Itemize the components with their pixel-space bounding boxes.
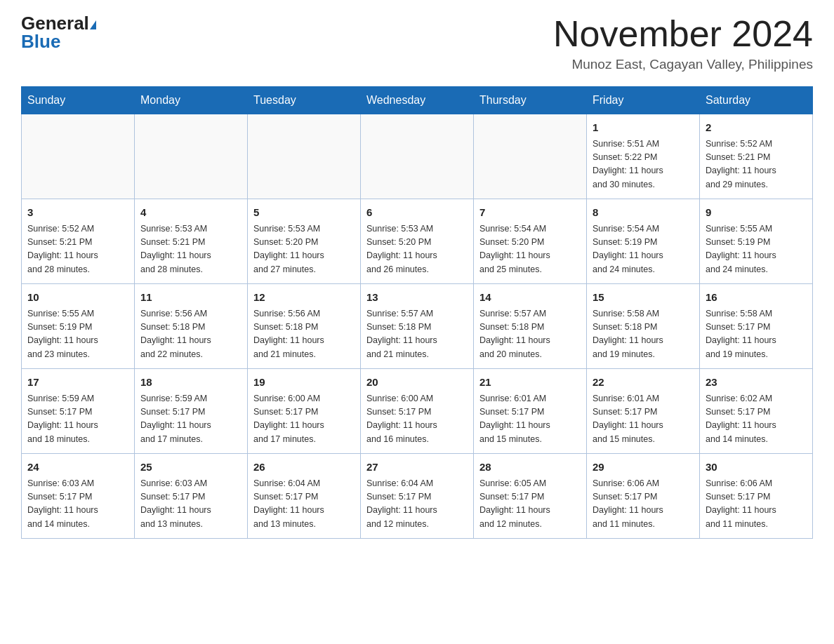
day-number: 7: [479, 205, 581, 221]
calendar-cell: 12Sunrise: 5:56 AM Sunset: 5:18 PM Dayli…: [248, 284, 361, 369]
day-number: 11: [140, 290, 241, 306]
weekday-header-monday: Monday: [135, 87, 248, 114]
day-info: Sunrise: 6:04 AM Sunset: 5:17 PM Dayligh…: [366, 477, 468, 532]
calendar-cell: 1Sunrise: 5:51 AM Sunset: 5:22 PM Daylig…: [587, 114, 700, 199]
day-number: 13: [366, 290, 468, 306]
calendar-week-3: 10Sunrise: 5:55 AM Sunset: 5:19 PM Dayli…: [22, 284, 813, 369]
calendar-header-row: SundayMondayTuesdayWednesdayThursdayFrid…: [22, 87, 813, 114]
day-info: Sunrise: 5:55 AM Sunset: 5:19 PM Dayligh…: [27, 307, 128, 362]
location-text: Munoz East, Cagayan Valley, Philippines: [553, 57, 813, 72]
calendar-cell: 14Sunrise: 5:57 AM Sunset: 5:18 PM Dayli…: [474, 284, 587, 369]
day-info: Sunrise: 6:02 AM Sunset: 5:17 PM Dayligh…: [706, 392, 807, 447]
day-number: 17: [27, 375, 128, 391]
calendar-cell: 16Sunrise: 5:58 AM Sunset: 5:17 PM Dayli…: [700, 284, 813, 369]
day-number: 2: [706, 120, 807, 136]
day-number: 14: [479, 290, 581, 306]
day-number: 10: [27, 290, 128, 306]
calendar-cell: 17Sunrise: 5:59 AM Sunset: 5:17 PM Dayli…: [22, 369, 135, 454]
day-info: Sunrise: 5:53 AM Sunset: 5:21 PM Dayligh…: [140, 222, 241, 277]
calendar-cell: 15Sunrise: 5:58 AM Sunset: 5:18 PM Dayli…: [587, 284, 700, 369]
day-info: Sunrise: 6:01 AM Sunset: 5:17 PM Dayligh…: [479, 392, 581, 447]
calendar-week-1: 1Sunrise: 5:51 AM Sunset: 5:22 PM Daylig…: [22, 114, 813, 199]
calendar-cell: 4Sunrise: 5:53 AM Sunset: 5:21 PM Daylig…: [135, 199, 248, 284]
day-number: 19: [253, 375, 355, 391]
day-info: Sunrise: 6:06 AM Sunset: 5:17 PM Dayligh…: [593, 477, 694, 532]
day-info: Sunrise: 6:00 AM Sunset: 5:17 PM Dayligh…: [366, 392, 468, 447]
calendar-cell: 9Sunrise: 5:55 AM Sunset: 5:19 PM Daylig…: [700, 199, 813, 284]
day-number: 1: [593, 120, 694, 136]
page-header: General Blue November 2024 Munoz East, C…: [21, 14, 813, 72]
day-info: Sunrise: 5:53 AM Sunset: 5:20 PM Dayligh…: [366, 222, 468, 277]
title-section: November 2024 Munoz East, Cagayan Valley…: [553, 14, 813, 72]
calendar-cell: 5Sunrise: 5:53 AM Sunset: 5:20 PM Daylig…: [248, 199, 361, 284]
day-info: Sunrise: 6:03 AM Sunset: 5:17 PM Dayligh…: [140, 477, 241, 532]
day-info: Sunrise: 5:57 AM Sunset: 5:18 PM Dayligh…: [366, 307, 468, 362]
day-number: 12: [253, 290, 355, 306]
day-info: Sunrise: 5:54 AM Sunset: 5:19 PM Dayligh…: [593, 222, 694, 277]
day-number: 3: [27, 205, 128, 221]
weekday-header-thursday: Thursday: [474, 87, 587, 114]
calendar-cell: 2Sunrise: 5:52 AM Sunset: 5:21 PM Daylig…: [700, 114, 813, 199]
calendar-cell: [22, 114, 135, 199]
calendar-cell: [474, 114, 587, 199]
calendar-cell: 28Sunrise: 6:05 AM Sunset: 5:17 PM Dayli…: [474, 454, 587, 539]
calendar-cell: 10Sunrise: 5:55 AM Sunset: 5:19 PM Dayli…: [22, 284, 135, 369]
calendar-cell: 19Sunrise: 6:00 AM Sunset: 5:17 PM Dayli…: [248, 369, 361, 454]
day-number: 28: [479, 459, 581, 476]
calendar-cell: 8Sunrise: 5:54 AM Sunset: 5:19 PM Daylig…: [587, 199, 700, 284]
calendar-cell: 24Sunrise: 6:03 AM Sunset: 5:17 PM Dayli…: [22, 454, 135, 539]
month-title: November 2024: [553, 14, 813, 54]
day-info: Sunrise: 5:54 AM Sunset: 5:20 PM Dayligh…: [479, 222, 581, 277]
day-info: Sunrise: 5:59 AM Sunset: 5:17 PM Dayligh…: [140, 392, 241, 447]
day-number: 18: [140, 375, 241, 391]
day-info: Sunrise: 5:56 AM Sunset: 5:18 PM Dayligh…: [253, 307, 355, 362]
day-info: Sunrise: 5:53 AM Sunset: 5:20 PM Dayligh…: [253, 222, 355, 277]
day-number: 16: [706, 290, 807, 306]
day-number: 23: [706, 375, 807, 391]
calendar-cell: 6Sunrise: 5:53 AM Sunset: 5:20 PM Daylig…: [361, 199, 474, 284]
day-info: Sunrise: 6:03 AM Sunset: 5:17 PM Dayligh…: [27, 477, 128, 532]
day-info: Sunrise: 5:51 AM Sunset: 5:22 PM Dayligh…: [593, 137, 694, 192]
calendar-cell: 3Sunrise: 5:52 AM Sunset: 5:21 PM Daylig…: [22, 199, 135, 284]
day-number: 27: [366, 459, 468, 476]
day-number: 30: [706, 459, 807, 476]
day-info: Sunrise: 6:04 AM Sunset: 5:17 PM Dayligh…: [253, 477, 355, 532]
weekday-header-tuesday: Tuesday: [248, 87, 361, 114]
day-number: 6: [366, 205, 468, 221]
logo-text: General: [21, 14, 98, 32]
logo: General Blue: [21, 14, 98, 51]
day-number: 5: [253, 205, 355, 221]
day-info: Sunrise: 5:56 AM Sunset: 5:18 PM Dayligh…: [140, 307, 241, 362]
day-number: 26: [253, 459, 355, 476]
calendar-cell: 20Sunrise: 6:00 AM Sunset: 5:17 PM Dayli…: [361, 369, 474, 454]
day-number: 15: [593, 290, 694, 306]
calendar-week-4: 17Sunrise: 5:59 AM Sunset: 5:17 PM Dayli…: [22, 369, 813, 454]
calendar-cell: 23Sunrise: 6:02 AM Sunset: 5:17 PM Dayli…: [700, 369, 813, 454]
calendar-cell: 22Sunrise: 6:01 AM Sunset: 5:17 PM Dayli…: [587, 369, 700, 454]
day-number: 4: [140, 205, 241, 221]
weekday-header-wednesday: Wednesday: [361, 87, 474, 114]
day-info: Sunrise: 6:01 AM Sunset: 5:17 PM Dayligh…: [593, 392, 694, 447]
calendar-cell: 13Sunrise: 5:57 AM Sunset: 5:18 PM Dayli…: [361, 284, 474, 369]
calendar-cell: 26Sunrise: 6:04 AM Sunset: 5:17 PM Dayli…: [248, 454, 361, 539]
day-info: Sunrise: 5:57 AM Sunset: 5:18 PM Dayligh…: [479, 307, 581, 362]
day-info: Sunrise: 5:58 AM Sunset: 5:18 PM Dayligh…: [593, 307, 694, 362]
day-number: 20: [366, 375, 468, 391]
calendar-table: SundayMondayTuesdayWednesdayThursdayFrid…: [21, 86, 813, 539]
calendar-cell: 18Sunrise: 5:59 AM Sunset: 5:17 PM Dayli…: [135, 369, 248, 454]
calendar-cell: [361, 114, 474, 199]
calendar-cell: 7Sunrise: 5:54 AM Sunset: 5:20 PM Daylig…: [474, 199, 587, 284]
calendar-cell: 25Sunrise: 6:03 AM Sunset: 5:17 PM Dayli…: [135, 454, 248, 539]
calendar-cell: 29Sunrise: 6:06 AM Sunset: 5:17 PM Dayli…: [587, 454, 700, 539]
day-info: Sunrise: 5:55 AM Sunset: 5:19 PM Dayligh…: [706, 222, 807, 277]
logo-blue-text: Blue: [21, 32, 60, 51]
calendar-week-2: 3Sunrise: 5:52 AM Sunset: 5:21 PM Daylig…: [22, 199, 813, 284]
calendar-cell: 27Sunrise: 6:04 AM Sunset: 5:17 PM Dayli…: [361, 454, 474, 539]
logo-triangle-icon: [90, 20, 96, 29]
day-info: Sunrise: 6:00 AM Sunset: 5:17 PM Dayligh…: [253, 392, 355, 447]
day-number: 21: [479, 375, 581, 391]
day-info: Sunrise: 5:58 AM Sunset: 5:17 PM Dayligh…: [706, 307, 807, 362]
day-number: 29: [593, 459, 694, 476]
calendar-cell: 21Sunrise: 6:01 AM Sunset: 5:17 PM Dayli…: [474, 369, 587, 454]
day-info: Sunrise: 5:52 AM Sunset: 5:21 PM Dayligh…: [706, 137, 807, 192]
